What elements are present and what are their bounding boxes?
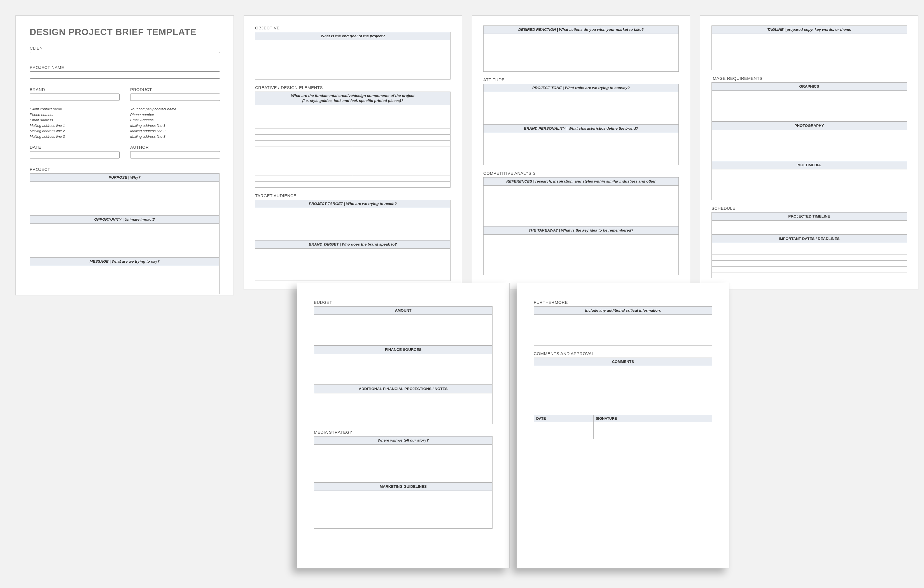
hdr-project-target: PROJECT TARGET | Who are we trying to re…	[255, 200, 450, 208]
box-multimedia[interactable]	[711, 169, 907, 200]
page-3: DESIRED REACTION | What actions do you w…	[472, 15, 690, 290]
label-media-strategy: MEDIA STRATEGY	[314, 430, 493, 434]
input-client[interactable]	[30, 52, 220, 59]
creative-grid[interactable]	[255, 105, 450, 188]
hdr-brand-personality: BRAND PERSONALITY | What characteristics…	[483, 124, 679, 133]
hdr-photography: PHOTOGRAPHY	[711, 122, 907, 130]
box-brand-personality[interactable]	[483, 133, 679, 165]
box-timeline[interactable]	[711, 221, 907, 235]
client-contact-line: Email Address	[30, 117, 119, 123]
hdr-dates: IMPORTANT DATES / DEADLINES	[711, 235, 907, 243]
label-budget: BUDGET	[314, 300, 493, 305]
hdr-marketing: MARKETING GUIDELINES	[314, 482, 493, 491]
client-contact-line: Client contact name	[30, 106, 119, 112]
box-amount[interactable]	[314, 315, 493, 345]
hdr-timeline: PROJECTED TIMELINE	[711, 212, 907, 221]
box-opportunity[interactable]	[30, 224, 219, 257]
hdr-comments: COMMENTS	[534, 358, 712, 366]
box-purpose[interactable]	[30, 182, 219, 215]
input-project-name[interactable]	[30, 71, 220, 79]
page-4: TAGLINE | prepared copy, key words, or t…	[700, 15, 918, 290]
client-contact-line: Mailing address line 2	[30, 128, 119, 134]
client-contact-block: Client contact name Phone number Email A…	[30, 106, 119, 139]
label-signature: SIGNATURE	[594, 415, 712, 422]
signature-table: DATE SIGNATURE	[534, 415, 712, 439]
hdr-opportunity: OPPORTUNITY | Ultimate impact?	[30, 215, 219, 224]
hdr-tagline: TAGLINE | prepared copy, key words, or t…	[711, 25, 907, 34]
company-contact-line: Mailing address line 3	[130, 134, 219, 139]
label-client: CLIENT	[30, 46, 219, 50]
input-author[interactable]	[130, 151, 220, 159]
label-schedule: SCHEDULE	[711, 206, 907, 211]
label-image-req: IMAGE REQUIREMENTS	[711, 76, 907, 81]
input-product[interactable]	[130, 94, 220, 101]
client-contact-line: Mailing address line 3	[30, 134, 119, 139]
input-brand[interactable]	[30, 94, 120, 101]
box-furthermore[interactable]	[534, 315, 712, 345]
hdr-creative-l1: What are the fundamental creative/design…	[291, 94, 414, 98]
hdr-references: REFERENCES | research, inspiration, and …	[483, 177, 679, 186]
hdr-brand-target: BRAND TARGET | Who does the brand speak …	[255, 240, 450, 249]
hdr-message: MESSAGE | What are we trying to say?	[30, 257, 219, 266]
company-contact-line: Your company contact name	[130, 106, 219, 112]
hdr-objective: What is the end goal of the project?	[255, 32, 450, 40]
document-title: DESIGN PROJECT BRIEF TEMPLATE	[30, 27, 219, 37]
label-furthermore: FURTHERMORE	[534, 300, 712, 305]
company-contact-block: Your company contact name Phone number E…	[130, 106, 219, 139]
client-contact-line: Mailing address line 1	[30, 123, 119, 129]
box-photography[interactable]	[711, 130, 907, 161]
box-comments[interactable]	[534, 366, 712, 415]
label-brand: BRAND	[30, 87, 119, 92]
hdr-additional-financial: ADDITIONAL FINANCIAL PROJECTIONS / NOTES	[314, 385, 493, 393]
client-contact-line: Phone number	[30, 112, 119, 117]
input-signature[interactable]	[594, 422, 712, 439]
box-graphics[interactable]	[711, 91, 907, 122]
hdr-takeaway: THE TAKEAWAY | What is the key idea to b…	[483, 226, 679, 235]
page-5: BUDGET AMOUNT FINANCE SOURCES ADDITIONAL…	[297, 283, 510, 568]
dates-grid[interactable]	[711, 243, 907, 278]
hdr-multimedia: MULTIMEDIA	[711, 161, 907, 169]
label-product: PRODUCT	[130, 87, 219, 92]
label-target-audience: TARGET AUDIENCE	[255, 193, 450, 198]
box-message[interactable]	[30, 266, 219, 294]
input-sig-date[interactable]	[534, 422, 593, 439]
box-takeaway[interactable]	[483, 235, 679, 275]
box-desired-reaction[interactable]	[483, 34, 679, 72]
template-canvas: DESIGN PROJECT BRIEF TEMPLATE CLIENT PRO…	[0, 0, 924, 588]
box-brand-target[interactable]	[255, 249, 450, 281]
company-contact-line: Phone number	[130, 112, 219, 117]
label-author: AUTHOR	[130, 145, 219, 150]
hdr-finance-sources: FINANCE SOURCES	[314, 345, 493, 354]
box-objective[interactable]	[255, 40, 450, 79]
page-6: FURTHERMORE Include any additional criti…	[516, 283, 729, 568]
box-finance-sources[interactable]	[314, 354, 493, 385]
label-date: DATE	[30, 145, 119, 150]
label-project: PROJECT	[30, 167, 219, 172]
label-sig-date: DATE	[534, 415, 593, 422]
label-attitude: ATTITUDE	[483, 77, 679, 82]
box-tagline[interactable]	[711, 34, 907, 70]
box-project-tone[interactable]	[483, 92, 679, 124]
hdr-amount: AMOUNT	[314, 306, 493, 315]
hdr-desired-reaction: DESIRED REACTION | What actions do you w…	[483, 25, 679, 34]
hdr-media-story: Where will we tell our story?	[314, 436, 493, 444]
page-1: DESIGN PROJECT BRIEF TEMPLATE CLIENT PRO…	[15, 15, 234, 296]
label-comments-approval: COMMENTS AND APPROVAL	[534, 351, 712, 356]
page-2: OBJECTIVE What is the end goal of the pr…	[244, 15, 462, 290]
box-media-story[interactable]	[314, 444, 493, 482]
hdr-purpose: PURPOSE | Why?	[30, 173, 219, 182]
box-project-target[interactable]	[255, 208, 450, 240]
label-competitive: COMPETITIVE ANALYSIS	[483, 171, 679, 175]
input-date[interactable]	[30, 151, 120, 159]
label-objective: OBJECTIVE	[255, 25, 450, 30]
label-project-name: PROJECT NAME	[30, 65, 219, 70]
box-references[interactable]	[483, 186, 679, 226]
company-contact-line: Email Address	[130, 117, 219, 123]
box-marketing[interactable]	[314, 491, 493, 529]
hdr-creative-l2: (i.e. style guides, look and feel, speci…	[302, 99, 403, 103]
hdr-graphics: GRAPHICS	[711, 82, 907, 91]
hdr-creative: What are the fundamental creative/design…	[255, 92, 450, 105]
label-creative: CREATIVE / DESIGN ELEMENTS	[255, 85, 450, 90]
hdr-furthermore: Include any additional critical informat…	[534, 306, 712, 315]
box-additional-financial[interactable]	[314, 393, 493, 424]
